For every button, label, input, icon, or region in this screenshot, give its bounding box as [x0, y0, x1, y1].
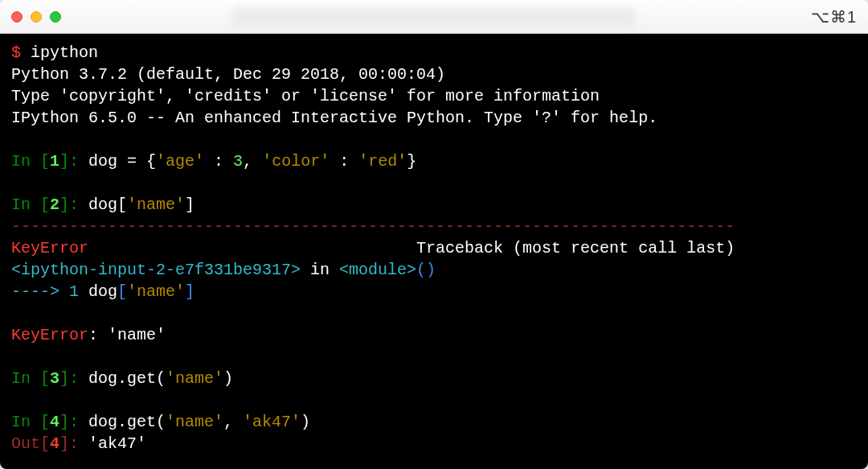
traceback-divider: ----------------------------------------…	[11, 217, 735, 236]
window-title-blurred	[233, 7, 635, 27]
code-text: dog.get(	[88, 413, 166, 431]
traceback-module: <module>	[339, 261, 416, 279]
traceback-bracket: [	[117, 282, 127, 301]
error-message: : 'name'	[88, 326, 166, 344]
in-prompt: In [	[11, 152, 50, 171]
terminal-body[interactable]: $ ipython Python 3.7.2 (default, Dec 29 …	[0, 34, 868, 469]
python-banner-line: Python 3.7.2 (default, Dec 29 2018, 00:0…	[11, 65, 455, 84]
traceback-string: 'name'	[127, 282, 185, 301]
traceback-code: dog	[79, 282, 117, 301]
in-prompt: In [	[11, 369, 50, 388]
code-string: 'name'	[166, 369, 223, 388]
titlebar: ⌥⌘1	[0, 0, 868, 34]
code-string: 'red'	[358, 152, 407, 171]
traceback-arrow: ----> 1	[11, 282, 79, 301]
code-text: ,	[243, 152, 262, 171]
traffic-lights	[11, 11, 61, 23]
code-string: 'age'	[156, 152, 204, 171]
out-number: 4	[50, 434, 59, 453]
traceback-bracket: ]	[185, 282, 194, 301]
in-number: 4	[50, 413, 59, 431]
python-banner-line: IPython 6.5.0 -- An enhanced Interactive…	[11, 109, 657, 127]
in-prompt-close: ]:	[59, 369, 88, 388]
code-number: 3	[233, 152, 243, 171]
minimize-icon[interactable]	[31, 11, 42, 23]
out-prompt: Out[	[11, 434, 50, 453]
in-prompt: In [	[11, 413, 50, 431]
maximize-icon[interactable]	[50, 11, 61, 23]
output-value: 'ak47'	[88, 434, 146, 453]
code-string: 'color'	[262, 152, 330, 171]
error-name: KeyError	[11, 326, 88, 344]
code-text: ]	[185, 195, 194, 214]
in-prompt-close: ]:	[59, 413, 88, 431]
in-number: 2	[50, 195, 59, 214]
in-prompt: In [	[11, 195, 50, 214]
code-text: :	[330, 152, 358, 171]
code-text: }	[407, 152, 416, 171]
shell-command: ipython	[31, 43, 98, 62]
python-banner-line: Type 'copyright', 'credits' or 'license'…	[11, 87, 600, 105]
code-string: 'name'	[127, 195, 185, 214]
code-text: ,	[223, 413, 243, 431]
out-prompt-close: ]:	[59, 434, 88, 453]
code-text: :	[204, 152, 233, 171]
code-text: dog[	[88, 195, 127, 214]
error-name: KeyError	[11, 239, 88, 257]
in-number: 1	[50, 152, 59, 171]
code-text: dog.get(	[88, 369, 166, 388]
in-prompt-close: ]:	[59, 195, 88, 214]
code-text: )	[301, 413, 310, 431]
in-number: 3	[50, 369, 59, 388]
code-text: )	[223, 369, 233, 388]
code-text: dog = {	[88, 152, 156, 171]
keyboard-shortcut-label: ⌥⌘1	[811, 7, 857, 27]
code-string: 'ak47'	[243, 413, 301, 431]
traceback-label: Traceback (most recent call last)	[88, 239, 735, 257]
shell-prompt: $	[11, 43, 31, 62]
traceback-parens: ()	[416, 261, 436, 279]
code-string: 'name'	[166, 413, 223, 431]
terminal-window: ⌥⌘1 $ ipython Python 3.7.2 (default, Dec…	[0, 0, 868, 469]
in-prompt-close: ]:	[59, 152, 88, 171]
traceback-text: in	[301, 261, 339, 279]
traceback-source: <ipython-input-2-e7f331be9317>	[11, 261, 301, 279]
close-icon[interactable]	[11, 11, 23, 23]
